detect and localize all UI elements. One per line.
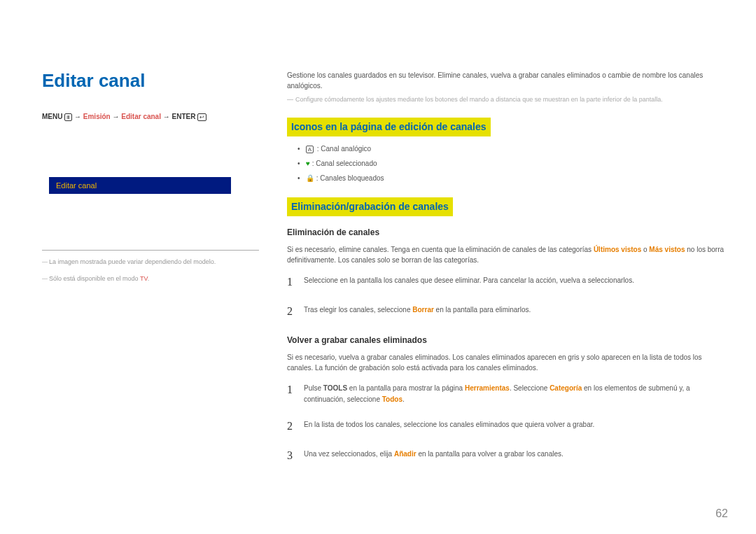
footnote-mode: Sólo está disponible en el modo TV. xyxy=(42,274,266,283)
menu-icon: Ⅲ xyxy=(64,113,72,121)
enter-icon xyxy=(197,113,206,121)
edit-channel-panel: Editar canal xyxy=(49,177,231,194)
footnote-image: La imagen mostrada puede variar dependie… xyxy=(42,258,266,267)
icon-list: A : Canal analógico ♥ : Canal selecciona… xyxy=(287,143,728,183)
section-icons-heading: Iconos en la página de edición de canale… xyxy=(287,118,491,136)
delete-description: Si es necesario, elimine canales. Tenga … xyxy=(287,244,728,265)
delete-step-2: 2Tras elegir los canales, seleccione Bor… xyxy=(287,303,728,320)
delete-step-1: 1Seleccione en la pantalla los canales q… xyxy=(287,274,728,290)
lock-icon: 🔒 xyxy=(306,174,314,182)
breadcrumb: MENU Ⅲ → Emisión → Editar canal → ENTER xyxy=(42,113,266,121)
section-delete-heading: Eliminación/grabación de canales xyxy=(287,197,453,216)
intro-text: Gestione los canales guardados en su tel… xyxy=(287,70,728,91)
analog-a-icon: A xyxy=(306,146,314,153)
divider xyxy=(42,250,259,251)
rerecord-step-2: 2En la lista de todos los canales, selec… xyxy=(287,418,728,435)
rerecord-step-3: 3Una vez seleccionados, elija Añadir en … xyxy=(287,447,728,464)
subheading-rerecord: Volver a grabar canales eliminados xyxy=(287,334,728,346)
subheading-delete: Eliminación de canales xyxy=(287,226,728,239)
page-number: 62 xyxy=(715,507,728,520)
page-title: Editar canal xyxy=(42,70,266,92)
config-note: Configure cómodamente los ajustes median… xyxy=(287,95,728,105)
rerecord-step-1: 1Pulse TOOLS en la pantalla para mostrar… xyxy=(287,381,728,405)
rerecord-description: Si es necesario, vuelva a grabar canales… xyxy=(287,352,728,373)
